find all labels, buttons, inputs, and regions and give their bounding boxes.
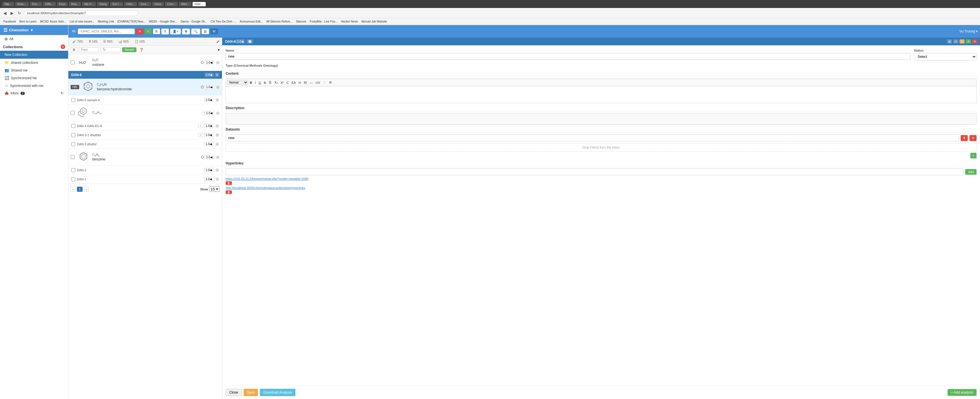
detail-btn-2[interactable]: ⊡	[953, 39, 958, 44]
drag-handle-dan5[interactable]: ⊕	[215, 97, 219, 102]
sidebar-item-shared-me[interactable]: 👥 Shared me	[0, 66, 68, 74]
dan1-badge-btn[interactable]: 1-0◀	[204, 177, 214, 181]
ir-btn[interactable]: IR	[302, 80, 308, 85]
detail-btn-4[interactable]: ↗	[966, 39, 971, 44]
drag-handle-dan2[interactable]: ⊕	[215, 167, 219, 173]
hyperlink-add-btn[interactable]: Add	[965, 169, 977, 175]
dan31-badge-btn[interactable]: 1-0◀	[204, 133, 214, 137]
tab-research[interactable]: 📋 1(0)	[133, 39, 147, 44]
ea-btn[interactable]: EA	[291, 80, 297, 85]
h-btn[interactable]: H	[298, 80, 302, 85]
sample-row-dan4[interactable]: DAN-4 DAN-R1-A ↑ 1-0◀ ⊕	[68, 121, 222, 131]
browser-tab[interactable]: Give...	[138, 2, 151, 6]
clear-search-button[interactable]: ✕	[136, 29, 143, 35]
italic-btn[interactable]: I	[254, 80, 257, 85]
sample-checkbox-dan3[interactable]	[71, 142, 75, 146]
browser-tab[interactable]: Wiel...	[179, 2, 191, 6]
drag-handle[interactable]: ⊕	[216, 60, 220, 65]
detail-badge-btn[interactable]: 1-0◀	[235, 39, 245, 44]
datasets-remove-btn[interactable]: ✕	[969, 135, 977, 141]
search-adv-button[interactable]: 🔍	[191, 29, 200, 35]
tab-wellplates[interactable]: ☰ 0(0)	[102, 39, 114, 44]
browser-tab[interactable]: Rea...	[69, 2, 81, 6]
add-analysis-button[interactable]: + Add analysis	[948, 389, 977, 396]
superscript-btn[interactable]: X²	[280, 80, 285, 85]
sidebar-item-synchronized-with-me[interactable]: ↔ Synchronized with me	[0, 82, 68, 89]
drag-handle-2[interactable]: ⊕	[216, 85, 220, 90]
dan6-collapse-btn[interactable]: ▾	[215, 73, 219, 77]
search-input[interactable]	[78, 29, 135, 34]
expand-icon[interactable]: ⤢	[216, 39, 220, 44]
drag-handle-benzene[interactable]: ⊕	[216, 155, 220, 160]
download-analysis-button[interactable]: Download Analysis	[260, 389, 296, 396]
dan2-badge-btn[interactable]: 1-0◀	[204, 168, 214, 172]
sidebar-item-synchronized[interactable]: 🔄 Synchronized Ne	[0, 74, 68, 82]
bookmark-item[interactable]: Anonymous Edit...	[239, 20, 264, 23]
bookmark-item[interactable]: Hacker News	[340, 20, 359, 23]
settings-editor-btn[interactable]: ⚙	[328, 80, 333, 85]
sample-row-c14h11[interactable]: C14H11 ↑ 1-0◀ ⊕	[68, 105, 222, 121]
hyperlink-link-2[interactable]: http://localhost:3000/chemotonsaurus/doc…	[226, 186, 977, 190]
bookmark-item[interactable]: List of new issues...	[68, 20, 95, 23]
prev-page-btn[interactable]: ‹	[71, 187, 76, 192]
datasets-input[interactable]	[226, 134, 959, 141]
bold-btn[interactable]: B	[249, 80, 253, 85]
bookmark-item[interactable]: Meeting Link	[97, 20, 115, 23]
bookmark-item[interactable]: Danny - Google Sh...	[180, 20, 208, 23]
sample-row-dan3[interactable]: DAN-3 dfsdfsf 1-0◀ ⊕	[68, 140, 222, 149]
inbox-refresh-icon[interactable]: ↻	[61, 91, 64, 95]
sample-checkbox-dan5[interactable]	[71, 98, 75, 102]
bookmark-item[interactable]: All Sitecore Refere...	[265, 20, 294, 23]
more-btn[interactable]: ⋮	[322, 80, 327, 85]
dan3-badge-btn[interactable]: 1-0◀	[204, 142, 214, 146]
sample-row-dan2[interactable]: DAN-2 1-0◀ ⊕	[68, 166, 222, 175]
tab-samples[interactable]: ⬆ 1(0)	[87, 39, 99, 44]
sidebar-item-inbox[interactable]: 📥 inbox 2 ↻	[0, 89, 68, 97]
sidebar-item-shared-collections[interactable]: 📁 shared collections	[0, 59, 68, 66]
bookmark-item[interactable]: FootyBite - Live Foo...	[309, 20, 339, 23]
sample-row-dan1[interactable]: DAN-1 1-0◀ ⊕	[68, 175, 222, 184]
browser-tab[interactable]: Xiang	[97, 2, 109, 6]
sample-checkbox-dan1[interactable]	[71, 177, 75, 181]
from-date-input[interactable]	[79, 47, 99, 52]
uv-btn[interactable]: UV	[315, 80, 321, 85]
save-button[interactable]: Save	[243, 389, 258, 396]
dan4-up-btn[interactable]: ↑	[198, 124, 203, 128]
detail-clock-btn[interactable]: 🕐	[247, 39, 253, 44]
browser-tab-active[interactable]: host:...	[192, 2, 206, 6]
hyperlink-link-1[interactable]: https://141.52.21.55/experiments.php?mod…	[226, 177, 977, 180]
bookmark-item[interactable]: MCSD: Azure Solo...	[39, 20, 67, 23]
bookmark-item[interactable]: Facebook	[2, 20, 17, 23]
sample-checkbox-dan2[interactable]	[71, 168, 75, 172]
sidebar-item-new-collection[interactable]: New Collection	[0, 51, 68, 59]
editor-mode-select[interactable]: Normal Heading 1 Heading 2	[227, 80, 248, 85]
sample-row-dan31[interactable]: DAN-3-1 dfsdfdst ↑ 1-0◀ ⊕	[68, 131, 222, 140]
sample-checkbox-c14h11[interactable]	[71, 111, 75, 115]
browser-tab[interactable]: Com...	[165, 2, 178, 6]
settings-button[interactable]: ⚙	[182, 29, 190, 35]
dash-btn[interactable]: —	[309, 80, 314, 85]
add-button[interactable]: +	[145, 29, 151, 34]
browser-tab[interactable]: Inbox	[152, 2, 164, 6]
bookmark-item[interactable]: Abroad Job Website	[360, 20, 388, 23]
subscript-btn[interactable]: X₂	[273, 80, 278, 85]
user-button[interactable]: 👤+	[170, 29, 181, 35]
mol-button[interactable]: M	[210, 29, 218, 34]
sample-row-benzene-br[interactable]: HBr C6H5B	[68, 79, 222, 96]
browser-tab[interactable]: BeaL...	[15, 2, 29, 6]
name-input[interactable]	[226, 53, 910, 60]
back-button[interactable]: ◀	[2, 10, 8, 16]
browser-tab[interactable]: http...	[2, 2, 14, 6]
sample-row-benzene[interactable]: C6H6 benzene ⬡ 1-0◀ ⊕	[68, 149, 222, 166]
datasets-delete-btn[interactable]: ⬆	[961, 135, 968, 141]
dan4-badge-btn[interactable]: 1-0◀	[204, 124, 214, 128]
toolbar-filter-all[interactable]: All	[71, 29, 76, 34]
browser-tab[interactable]: Get I...	[110, 2, 123, 6]
c14h11-badge-btn[interactable]: ↑ 1-0◀	[202, 111, 214, 115]
url-bar[interactable]: localhost:3000/mydb/collection/3/sample/…	[24, 10, 138, 16]
sample-row-dan5[interactable]: DAN-5 sample b 1-0◀ ⊕	[68, 96, 222, 105]
forward-button[interactable]: ▶	[10, 10, 15, 16]
collapse-icon[interactable]: ▾	[218, 48, 220, 52]
tab-reactions[interactable]: 🧪 7(0)	[71, 39, 84, 44]
strikethrough-btn[interactable]: S	[262, 80, 267, 85]
